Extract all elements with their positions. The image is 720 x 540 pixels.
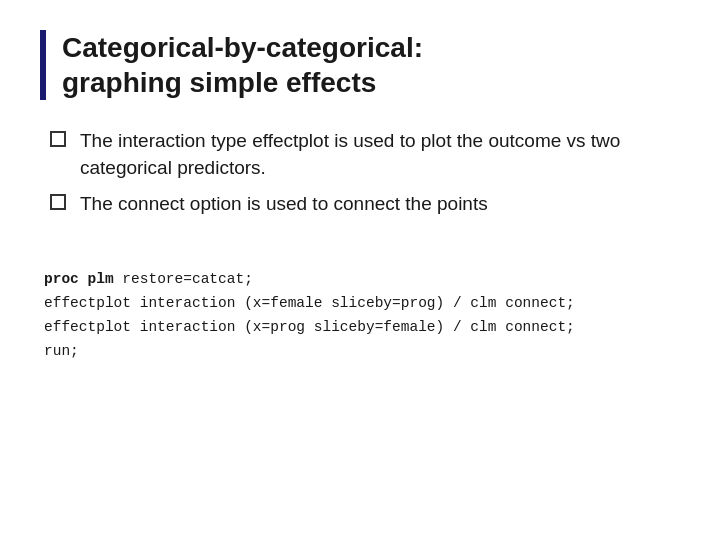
code-line-1: proc plm restore=catcat; xyxy=(44,268,680,292)
slide-container: Categorical-by-categorical: graphing sim… xyxy=(0,0,720,540)
bullet-item-1: The interaction type effectplot is used … xyxy=(50,128,680,181)
code-line-4: run; xyxy=(44,340,680,364)
bullet-checkbox-1 xyxy=(50,131,66,147)
bullet-checkbox-2 xyxy=(50,194,66,210)
code-section: proc plm restore=catcat; effectplot inte… xyxy=(44,268,680,364)
code-block: proc plm restore=catcat; effectplot inte… xyxy=(44,268,680,364)
code-line-3: effectplot interaction (x=prog sliceby=f… xyxy=(44,316,680,340)
title-line2: graphing simple effects xyxy=(62,67,376,98)
bullet-list: The interaction type effectplot is used … xyxy=(50,128,680,228)
title-line1: Categorical-by-categorical: xyxy=(62,32,423,63)
slide-title: Categorical-by-categorical: graphing sim… xyxy=(62,30,680,100)
title-section: Categorical-by-categorical: graphing sim… xyxy=(40,30,680,100)
code-line-2: effectplot interaction (x=female sliceby… xyxy=(44,292,680,316)
bullet-item-2: The connect option is used to connect th… xyxy=(50,191,680,218)
bullet-text-2: The connect option is used to connect th… xyxy=(80,191,488,218)
bullet-text-1: The interaction type effectplot is used … xyxy=(80,128,680,181)
